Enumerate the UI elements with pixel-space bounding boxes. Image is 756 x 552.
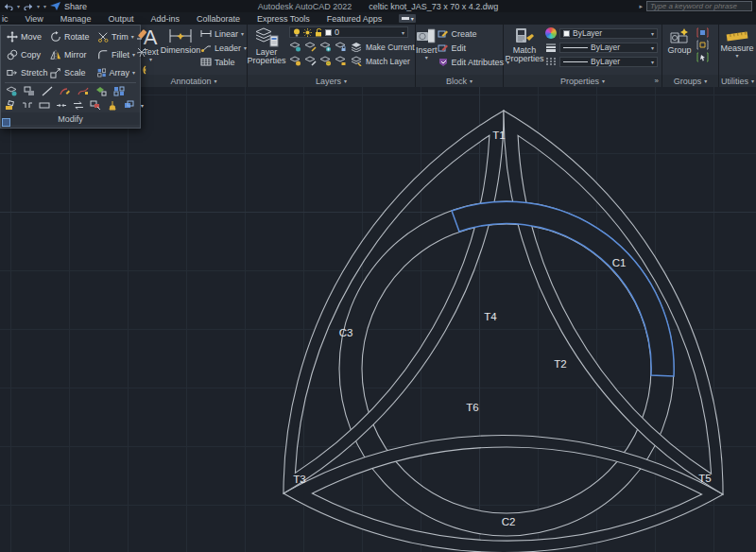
tab-view[interactable]: View (26, 14, 43, 24)
break-at-point-icon[interactable] (39, 100, 50, 112)
layer-select[interactable]: 0 ▾ (289, 26, 408, 38)
tab-add-ins[interactable]: Add-ins (150, 14, 180, 24)
insert-icon (416, 27, 437, 46)
move-button[interactable]: Move (7, 28, 50, 44)
fillet-icon (97, 49, 109, 60)
table-button[interactable]: Table (200, 55, 247, 69)
leader-button[interactable]: Leader▾ (200, 41, 247, 55)
panel-annotation: A Text ▾ Dimension Linear▾ (141, 25, 248, 87)
stretch-button[interactable]: Stretch (7, 64, 50, 80)
insert-button[interactable]: Insert ▾ (416, 25, 438, 61)
block-edit-icon (438, 43, 449, 53)
mirror-button[interactable]: Mirror (50, 46, 97, 62)
ribbon-display-toggle[interactable]: ▾ (399, 14, 416, 23)
tab-express-tools[interactable]: Express Tools (257, 14, 310, 24)
scale-button[interactable]: Scale (50, 64, 97, 80)
layer-thaw-icon (319, 56, 332, 66)
tab-manage[interactable]: Manage (60, 14, 92, 24)
color-wheel-icon (545, 27, 557, 39)
edit-attributes-button[interactable]: Edit Attributes ▾ (438, 55, 510, 69)
join-icon[interactable] (56, 100, 67, 112)
dimension-button-label: Dimension (161, 46, 201, 55)
tab-output[interactable]: Output (108, 14, 133, 24)
dimension-button[interactable]: Dimension (161, 25, 200, 55)
fillet-button[interactable]: Fillet▾ (97, 46, 135, 62)
undo-caret-icon[interactable]: ▾ (17, 3, 20, 9)
block-create-label: Create (452, 29, 477, 39)
copy-nested-icon[interactable] (90, 100, 101, 112)
share-icon[interactable] (50, 2, 60, 10)
edit-polyline-icon[interactable] (59, 86, 71, 97)
drawing-canvas[interactable]: T1 C1 C3 T4 T2 T6 T3 C2 T5 (0, 87, 756, 552)
tab-collaborate[interactable]: Collaborate (197, 14, 240, 24)
block-create-button[interactable]: Create (438, 26, 510, 41)
modify-panel-label[interactable]: Modify (1, 112, 140, 125)
erase-icon[interactable] (135, 28, 147, 40)
redo-icon[interactable] (24, 3, 33, 10)
lineweight-select[interactable]: ByLayer ▾ (559, 43, 658, 53)
group-label: Group (667, 46, 691, 55)
knot-label-t5: T5 (698, 473, 711, 484)
utilities-panel-label[interactable]: Utilities▾ (719, 75, 756, 87)
chevron-down-icon[interactable]: ▾ (141, 102, 144, 109)
layer-unisolate-icon (304, 56, 317, 66)
layer-on-bulb-icon (293, 28, 301, 37)
autocad-window: ▾ ▾ ▾ Share Autodesk AutoCAD 2022 celtic… (0, 0, 756, 552)
current-layer-name: 0 (335, 27, 399, 37)
panel-layers: Layer Properties 0 ▾ (248, 25, 416, 87)
linear-button[interactable]: Linear▾ (200, 26, 247, 41)
tab-featured-apps[interactable]: Featured Apps (327, 14, 383, 24)
lengthen-icon[interactable] (41, 86, 53, 97)
search-expand-icon[interactable]: ▸ (639, 3, 643, 10)
group-button[interactable]: Group (662, 25, 696, 55)
block-panel-label[interactable]: Block▾ (416, 75, 503, 87)
move-label: Move (21, 32, 42, 42)
lineweight-preview (563, 47, 588, 48)
edit-hatch-icon[interactable] (94, 86, 107, 97)
properties-panel-label[interactable]: Properties▾ » (504, 75, 662, 87)
linetype-select[interactable]: ByLayer ▾ (559, 57, 658, 67)
align-icon[interactable] (5, 100, 16, 112)
tab-parametric-partial[interactable]: ic (2, 14, 9, 24)
delete-duplicates-icon[interactable] (107, 100, 118, 112)
block-edit-button[interactable]: Edit (438, 41, 510, 55)
pin-icon[interactable] (2, 118, 10, 127)
groups-panel-label[interactable]: Groups▾ (662, 75, 718, 87)
layers-panel-label[interactable]: Layers▾ (248, 75, 415, 87)
stretch-icon (7, 67, 18, 78)
set-bylayer-icon[interactable] (5, 86, 17, 97)
undo-icon[interactable] (4, 3, 13, 10)
customize-toolbar-icon[interactable]: ▾ (43, 3, 46, 9)
break-icon[interactable] (22, 100, 33, 112)
make-current-button[interactable]: Make Current (366, 43, 415, 52)
edit-array-icon[interactable] (112, 86, 125, 97)
move-icon (7, 31, 18, 43)
layer-thaw-sun-icon (303, 28, 312, 37)
layer-on-icon (289, 56, 301, 66)
rotate-button[interactable]: Rotate (50, 28, 97, 44)
reverse-icon[interactable] (73, 100, 84, 112)
offset-icon[interactable] (135, 64, 147, 76)
measure-button[interactable]: Measure ▾ (719, 25, 755, 60)
ribbon-tab-bar: ic View Manage Output Add-ins Collaborat… (0, 12, 756, 25)
trim-button[interactable]: Trim▾ (97, 28, 135, 44)
change-space-icon[interactable] (23, 86, 35, 97)
overkill-icon[interactable] (124, 100, 135, 112)
chevron-down-icon: ▾ (149, 57, 152, 62)
array-button[interactable]: Array▾ (97, 64, 135, 80)
explode-icon[interactable] (135, 46, 147, 58)
object-color-select[interactable]: ByLayer ▾ (559, 28, 658, 39)
search-input[interactable] (646, 1, 752, 11)
edit-spline-icon[interactable] (77, 86, 89, 97)
layer-properties-button[interactable]: Layer Properties (248, 25, 285, 66)
knot-label-t2: T2 (554, 358, 566, 370)
match-properties-button[interactable]: Match Properties (504, 25, 545, 64)
group-edit-icon (696, 27, 709, 38)
annotation-panel-label[interactable]: Annotation▾ (141, 75, 247, 87)
redo-caret-icon[interactable]: ▾ (37, 3, 40, 9)
panel-expand-icon[interactable]: » (655, 77, 659, 85)
share-button[interactable]: Share (64, 2, 87, 11)
layer-unlock-icon (315, 28, 322, 37)
match-layer-button[interactable]: Match Layer (366, 57, 410, 66)
copy-button[interactable]: Copy (7, 46, 50, 62)
